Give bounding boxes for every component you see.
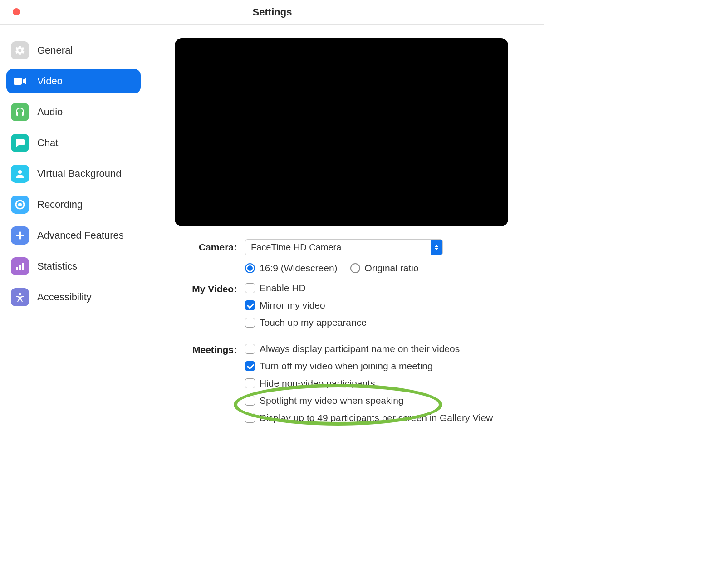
sidebar-item-accessibility[interactable]: Accessibility: [6, 285, 141, 309]
checkbox-icon: [245, 300, 255, 310]
titlebar: Settings: [0, 0, 544, 24]
checkbox-label: Always display participant name on their…: [260, 343, 460, 354]
checkbox-icon: [245, 318, 255, 328]
sidebar-item-label: General: [37, 44, 73, 56]
camera-label: Camera:: [175, 239, 245, 253]
gallery49-checkbox[interactable]: Display up to 49 participants per screen…: [245, 412, 526, 423]
main-panel: Camera: FaceTime HD Camera 16:9 (Widescr…: [147, 24, 544, 454]
sidebar-item-label: Virtual Background: [37, 168, 122, 180]
accessibility-icon: [11, 288, 29, 306]
svg-rect-8: [22, 263, 24, 270]
headphones-icon: [11, 103, 29, 121]
spotlight-checkbox[interactable]: Spotlight my video when speaking: [245, 395, 526, 406]
svg-rect-5: [16, 235, 24, 236]
radio-label: Original ratio: [365, 263, 419, 274]
camera-select-value: FaceTime HD Camera: [245, 240, 431, 255]
checkbox-label: Enable HD: [260, 283, 306, 294]
sidebar-item-advanced-features[interactable]: Advanced Features: [6, 223, 141, 248]
sidebar-item-general[interactable]: General: [6, 38, 141, 63]
checkbox-label: Turn off my video when joining a meeting: [260, 361, 433, 372]
svg-rect-7: [19, 265, 21, 270]
sidebar-item-label: Statistics: [37, 260, 77, 272]
sidebar-item-audio[interactable]: Audio: [6, 100, 141, 124]
sidebar-item-virtual-background[interactable]: Virtual Background: [6, 162, 141, 186]
video-icon: [11, 72, 29, 90]
radio-icon: [350, 263, 360, 273]
aspect-widescreen-radio[interactable]: 16:9 (Widescreen): [245, 263, 338, 274]
stats-icon: [11, 257, 29, 275]
svg-rect-6: [16, 267, 18, 270]
checkbox-icon: [245, 283, 255, 293]
radio-label: 16:9 (Widescreen): [260, 263, 338, 274]
window-controls: [13, 8, 20, 15]
meetings-label: Meetings:: [175, 342, 245, 355]
person-icon: [11, 165, 29, 183]
aspect-original-radio[interactable]: Original ratio: [350, 263, 419, 274]
checkbox-label: Display up to 49 participants per screen…: [260, 412, 493, 423]
always-display-name-checkbox[interactable]: Always display participant name on their…: [245, 343, 526, 354]
updown-icon: [431, 240, 442, 255]
window-title: Settings: [0, 6, 544, 18]
sidebar-item-label: Accessibility: [37, 291, 92, 303]
sidebar-item-label: Recording: [37, 199, 83, 211]
turn-off-video-checkbox[interactable]: Turn off my video when joining a meeting: [245, 361, 526, 372]
chat-icon: [11, 134, 29, 152]
checkbox-icon: [245, 361, 255, 371]
checkbox-label: Mirror my video: [260, 300, 325, 311]
mirror-video-checkbox[interactable]: Mirror my video: [245, 300, 526, 311]
svg-rect-0: [14, 78, 22, 85]
sidebar-item-chat[interactable]: Chat: [6, 131, 141, 155]
checkbox-label: Hide non-video participants: [260, 378, 375, 389]
checkbox-icon: [245, 413, 255, 423]
enable-hd-checkbox[interactable]: Enable HD: [245, 283, 526, 294]
svg-point-3: [18, 203, 22, 206]
settings-window: Settings General Video Audio: [0, 0, 544, 454]
record-icon: [11, 196, 29, 214]
sidebar-item-statistics[interactable]: Statistics: [6, 254, 141, 279]
camera-select[interactable]: FaceTime HD Camera: [245, 239, 443, 255]
sidebar-item-label: Chat: [37, 137, 58, 149]
myvideo-label: My Video:: [175, 281, 245, 294]
sidebar-item-label: Audio: [37, 106, 63, 118]
checkbox-label: Touch up my appearance: [260, 317, 367, 328]
svg-point-9: [19, 293, 21, 295]
checkbox-icon: [245, 396, 255, 406]
sidebar-item-recording[interactable]: Recording: [6, 192, 141, 217]
checkbox-label: Spotlight my video when speaking: [260, 395, 404, 406]
plus-icon: [11, 226, 29, 245]
checkbox-icon: [245, 378, 255, 388]
svg-point-1: [18, 170, 22, 174]
video-preview: [175, 38, 508, 226]
sidebar-item-video[interactable]: Video: [6, 69, 141, 93]
touchup-checkbox[interactable]: Touch up my appearance: [245, 317, 526, 328]
sidebar-item-label: Video: [37, 75, 63, 87]
sidebar: General Video Audio Chat: [0, 24, 147, 454]
gear-icon: [11, 41, 29, 59]
hide-nonvideo-checkbox[interactable]: Hide non-video participants: [245, 378, 526, 389]
checkbox-icon: [245, 344, 255, 354]
close-icon[interactable]: [13, 8, 20, 15]
radio-icon: [245, 263, 255, 273]
sidebar-item-label: Advanced Features: [37, 230, 124, 241]
